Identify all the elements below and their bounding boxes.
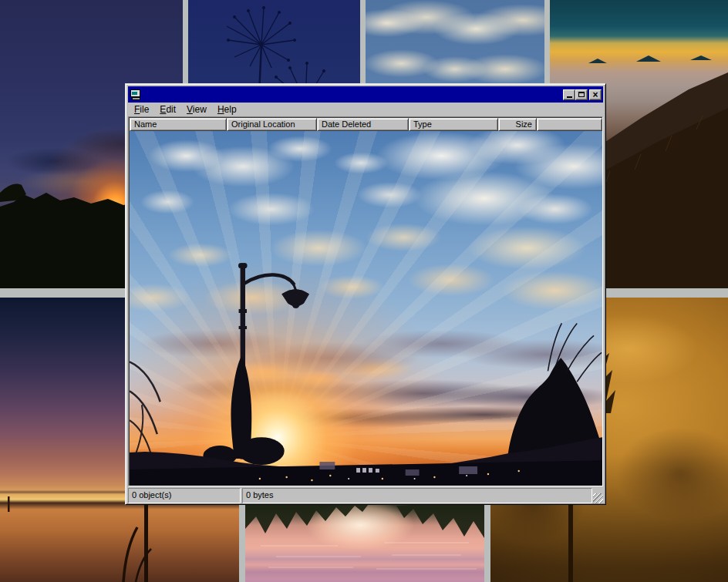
sunset-silhouettes [130,131,602,486]
menu-edit[interactable]: Edit [154,103,181,116]
window-controls: × [563,89,602,100]
minimize-button[interactable] [563,89,575,100]
monitor-screen [132,91,137,95]
column-header-type[interactable]: Type [409,118,498,131]
column-header-date-deleted[interactable]: Date Deleted [317,118,409,131]
column-header-original-location[interactable]: Original Location [227,118,317,131]
status-bar: 0 object(s) 0 bytes [128,488,603,503]
status-object-count: 0 object(s) [128,488,241,503]
maximize-icon [578,92,585,97]
computer-icon [130,89,142,101]
minimize-icon [567,96,572,98]
column-header-name[interactable]: Name [130,118,227,131]
monitor-base [132,97,140,100]
column-header-empty[interactable] [537,118,602,131]
menu-bar: File Edit View Help [128,103,603,116]
status-bytes: 0 bytes [242,488,592,503]
resize-grip-icon[interactable] [593,493,603,503]
desktop-gallery-background: × File Edit View Help Name Original Loca… [0,0,728,582]
list-viewport-sunset-wallpaper[interactable] [130,131,602,486]
recycle-bin-window: × File Edit View Help Name Original Loca… [125,83,606,505]
close-button[interactable]: × [589,89,602,100]
menu-help[interactable]: Help [212,103,242,116]
menu-view[interactable]: View [181,103,212,116]
maximize-button[interactable] [575,89,588,100]
menu-file[interactable]: File [129,103,154,116]
window-titlebar[interactable]: × [128,86,603,103]
monitor-shape [130,89,140,97]
column-header-size[interactable]: Size [498,118,537,131]
column-headers: Name Original Location Date Deleted Type… [130,118,602,131]
close-icon: × [592,91,598,99]
file-list-area: Name Original Location Date Deleted Type… [128,116,603,486]
